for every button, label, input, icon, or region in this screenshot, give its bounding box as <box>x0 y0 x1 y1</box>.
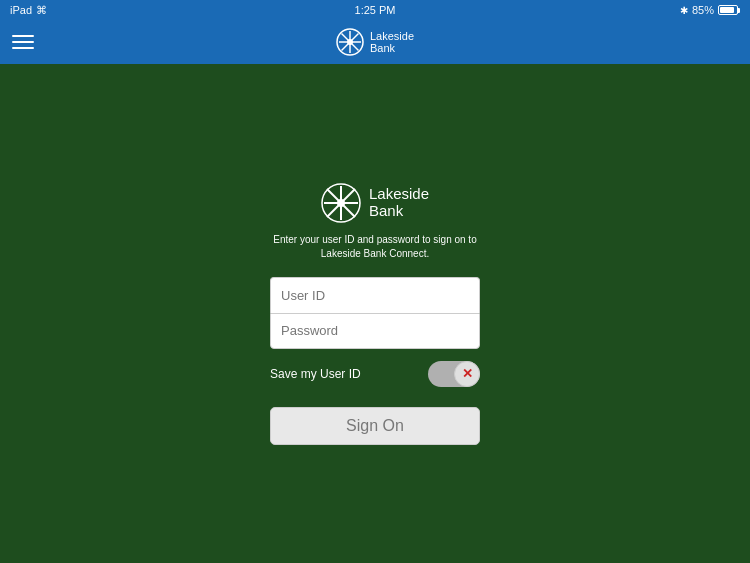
wifi-icon: ⌘ <box>36 4 47 17</box>
card-logo-text: Lakeside Bank <box>369 186 429 219</box>
svg-point-11 <box>337 199 345 207</box>
battery-icon <box>718 5 740 15</box>
nav-logo-line2: Bank <box>370 42 414 54</box>
card-logo: Lakeside Bank <box>321 183 429 223</box>
toggle-knob: ✕ <box>454 361 480 387</box>
card-logo-line2: Bank <box>369 203 429 220</box>
save-userid-row: Save my User ID ✕ <box>270 361 480 387</box>
toggle-switch[interactable]: ✕ <box>428 361 480 387</box>
userid-input[interactable] <box>270 277 480 313</box>
device-label: iPad <box>10 4 32 16</box>
hamburger-line-1 <box>12 35 34 37</box>
time-display: 1:25 PM <box>355 4 396 16</box>
toggle-x-icon: ✕ <box>462 366 473 381</box>
nav-logo-line1: Lakeside <box>370 30 414 42</box>
main-content: Lakeside Bank Enter your user ID and pas… <box>0 64 750 563</box>
hamburger-line-2 <box>12 41 34 43</box>
sign-on-label: Sign On <box>346 417 404 435</box>
login-subtitle: Enter your user ID and password to sign … <box>273 233 476 261</box>
card-logo-line1: Lakeside <box>369 186 429 203</box>
menu-button[interactable] <box>12 35 34 49</box>
nav-snowflake-icon <box>336 28 364 56</box>
status-bar: iPad ⌘ 1:25 PM ✱ 85% <box>0 0 750 20</box>
password-input[interactable] <box>270 313 480 349</box>
nav-bar: Lakeside Bank <box>0 20 750 64</box>
save-userid-label: Save my User ID <box>270 367 361 381</box>
bluetooth-icon: ✱ <box>680 5 688 16</box>
nav-logo: Lakeside Bank <box>336 28 414 56</box>
hamburger-line-3 <box>12 47 34 49</box>
battery-percent: 85% <box>692 4 714 16</box>
sign-on-button[interactable]: Sign On <box>270 407 480 445</box>
card-snowflake-icon <box>321 183 361 223</box>
login-card: Lakeside Bank Enter your user ID and pas… <box>265 183 485 445</box>
svg-point-5 <box>347 39 353 45</box>
nav-logo-text: Lakeside Bank <box>370 30 414 54</box>
